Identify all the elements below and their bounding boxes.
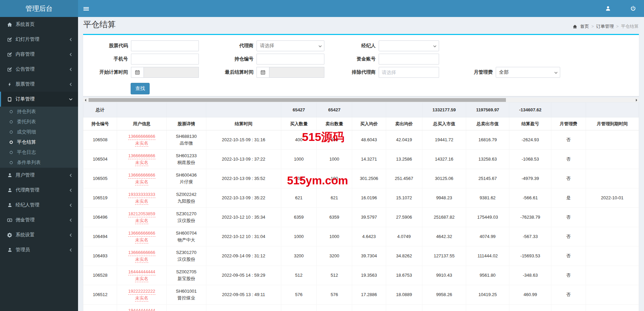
fund-account-input[interactable]: [379, 54, 439, 65]
verify-status-link[interactable]: 未实名: [135, 256, 148, 263]
phone-link[interactable]: 19333333333: [128, 191, 155, 198]
cell-sell-value: 10419.25: [466, 285, 509, 305]
user-menu-button[interactable]: [601, 0, 615, 17]
sidebar-item-commission[interactable]: 佣金管理: [0, 213, 78, 227]
breadcrumb-home[interactable]: 首页: [580, 23, 589, 30]
horizontal-scrollbar[interactable]: [83, 98, 639, 102]
cell-fee-expire: [586, 208, 639, 227]
sidebar-item-announcement[interactable]: 公告管理: [0, 62, 78, 77]
verify-status-link[interactable]: 未实名: [135, 276, 148, 282]
sidebar-subitem-entrust-list[interactable]: 委托列表: [0, 117, 78, 127]
edit-icon: [7, 37, 13, 42]
cell-stock-detail: SZ002705新宝股份: [167, 266, 206, 285]
phone-link[interactable]: 13666666666: [128, 230, 155, 237]
column-header: 卖出均价: [386, 117, 422, 130]
cell-position-no: 106505: [83, 169, 117, 188]
verify-status-link[interactable]: 未实名: [135, 179, 148, 185]
cell-stock-detail: SH600704物产中大: [167, 227, 206, 246]
sidebar-item-users[interactable]: 用户管理: [0, 168, 78, 183]
sidebar-subitem-deal-detail[interactable]: 成交明细: [0, 127, 78, 137]
cell-monthly-fee: 否: [551, 208, 586, 227]
phone-input[interactable]: [131, 54, 199, 65]
cell-buy-qty: 621: [281, 188, 317, 208]
phone-link[interactable]: 18212053859: [128, 211, 155, 217]
cell-sell-avg: 27.5906: [386, 208, 422, 227]
phone-link[interactable]: 13666666666: [128, 133, 155, 140]
verify-status-link[interactable]: 未实名: [135, 218, 148, 224]
exclude-agent-input[interactable]: [379, 67, 439, 78]
monthly-fee-select[interactable]: 全部: [496, 67, 560, 78]
phone-link[interactable]: 19222222222: [128, 288, 155, 295]
scroll-right-arrow[interactable]: [635, 98, 639, 102]
phone-link[interactable]: 16444444444: [128, 269, 155, 275]
watermark-1: 515源码: [302, 131, 344, 143]
navbar-actions: [601, 0, 640, 17]
sidebar-item-home[interactable]: 系统首页: [0, 17, 78, 32]
calendar-icon[interactable]: [257, 67, 269, 78]
search-panel: 股票代码 代理商 请选择 经纪人: [83, 34, 639, 96]
logout-button[interactable]: [626, 0, 640, 17]
top-navbar: 管理后台: [0, 0, 644, 17]
agent-select[interactable]: 请选择: [257, 40, 324, 51]
sidebar-item-settings[interactable]: 系统设置: [0, 227, 78, 242]
home-icon: [7, 22, 13, 27]
sidebar-item-admins[interactable]: 管理员: [0, 242, 78, 257]
calendar-icon[interactable]: [131, 67, 144, 78]
scroll-left-arrow[interactable]: [83, 98, 87, 102]
sidebar-item-label: 公告管理: [16, 66, 35, 72]
search-button[interactable]: 查找: [131, 83, 150, 94]
sidebar-subitem-position-list[interactable]: 持仓列表: [0, 107, 78, 117]
verify-status-link[interactable]: 未实名: [135, 295, 148, 301]
cell-user-info: 13666666666未实名: [117, 130, 167, 150]
money-icon: [7, 218, 13, 223]
cell-buy-avg: 48.6043: [352, 130, 386, 150]
chevron-down-icon: [433, 44, 437, 49]
cell-settle-time: 2022-10-12 10 : 35:34: [206, 208, 281, 227]
totals-cell: [206, 103, 281, 117]
phone-link[interactable]: 19444444444: [128, 308, 155, 311]
sidebar-item-agents[interactable]: 代理商管理: [0, 183, 78, 198]
cell-buy-avg: 4.6423: [352, 227, 386, 246]
sidebar-item-label: 内容管理: [16, 51, 35, 57]
cell-stock-detail: SH601233桐昆股份: [167, 150, 206, 169]
sidebar-subitem-close-log[interactable]: 平仓日志: [0, 147, 78, 158]
verify-status-link[interactable]: 未实名: [135, 140, 148, 147]
scrollbar-thumb[interactable]: [89, 98, 506, 102]
cell-stock-detail: SZ301270汉仪股份: [167, 246, 206, 266]
position-no-input[interactable]: [257, 54, 324, 65]
sidebar-item-slides[interactable]: 幻灯片管理: [0, 32, 78, 47]
cell-buy-avg: 11.0564: [352, 305, 386, 311]
cell-user-info: 13666666666未实名: [117, 246, 167, 266]
broker-select[interactable]: [379, 40, 439, 51]
totals-cell: 65427: [317, 103, 352, 117]
verify-status-link[interactable]: 未实名: [135, 237, 148, 243]
totals-cell: 65427: [281, 103, 317, 117]
cell-monthly-fee: 否: [551, 169, 586, 188]
cell-user-info: 13666666666未实名: [117, 150, 167, 169]
sidebar-subitem-settlement[interactable]: 平仓结算: [0, 137, 78, 147]
phone-link[interactable]: 13666666666: [128, 153, 155, 159]
end-time-input[interactable]: [269, 67, 324, 78]
sidebar-item-brokers[interactable]: 经纪人管理: [0, 198, 78, 213]
cell-sell-avg: 18.6753: [386, 266, 422, 285]
sidebar-item-stocks[interactable]: 股票管理: [0, 77, 78, 92]
cell-sell-qty: 621: [317, 188, 352, 208]
cell-buy-value: 9910.43: [422, 266, 466, 285]
cell-sell-qty: 576: [317, 285, 352, 305]
sidebar-toggle-button[interactable]: [78, 0, 94, 17]
stock-code-input[interactable]: [131, 40, 199, 51]
sidebar-item-orders[interactable]: 订单管理: [0, 92, 78, 107]
fund-account-label: 资金账号: [338, 56, 376, 62]
verify-status-link[interactable]: 未实名: [135, 160, 148, 166]
sidebar-subitem-condition-list[interactable]: 条件单列表: [0, 158, 78, 168]
start-time-input[interactable]: [144, 67, 199, 78]
sidebar-item-content[interactable]: 内容管理: [0, 47, 78, 62]
breadcrumb-section[interactable]: 订单管理: [596, 23, 614, 30]
phone-link[interactable]: 13666666666: [128, 250, 155, 256]
sidebar-item-label: 系统设置: [16, 232, 35, 238]
column-header: 用户信息: [117, 117, 167, 130]
verify-status-link[interactable]: 未实名: [135, 198, 148, 205]
sidebar-item-label: 佣金管理: [16, 217, 35, 223]
phone-link[interactable]: 13666666666: [128, 172, 155, 179]
cell-stock-detail: SZ301270汉仪股份: [167, 208, 206, 227]
